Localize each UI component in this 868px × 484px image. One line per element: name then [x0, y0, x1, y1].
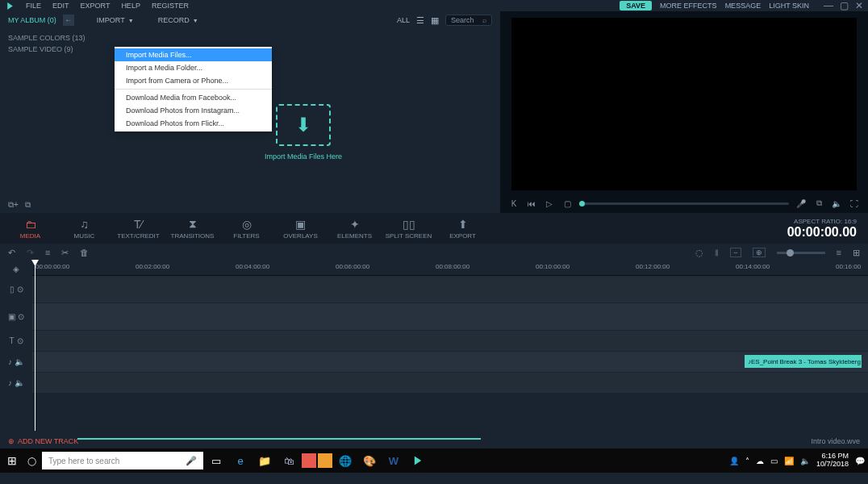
tab-text[interactable]: T⁄TEXT/CREDIT: [111, 218, 165, 240]
file-explorer-icon[interactable]: 📁: [253, 452, 276, 469]
add-new-track-button[interactable]: ADD NEW TRACK: [18, 437, 78, 445]
step-back-button[interactable]: ⏮: [526, 199, 537, 208]
render-preview-icon[interactable]: ◌: [695, 248, 703, 258]
undo-icon[interactable]: ↶: [8, 248, 15, 258]
tray-people-icon[interactable]: 👤: [729, 457, 739, 465]
record-dropdown[interactable]: RECORD ▼: [158, 16, 198, 24]
delete-icon[interactable]: 🗑: [80, 248, 89, 257]
maximize-icon[interactable]: ▢: [840, 0, 849, 11]
app-icon-3[interactable]: 🎨: [358, 452, 381, 469]
tab-splitscreen[interactable]: ▯▯SPLIT SCREEN: [382, 218, 436, 240]
notifications-icon[interactable]: 💬: [855, 457, 865, 465]
menu-edit[interactable]: EDIT: [52, 2, 69, 10]
menu-help[interactable]: HELP: [121, 2, 140, 10]
import-media-files[interactable]: Import Media Files...: [115, 48, 272, 61]
snapshot-icon[interactable]: ⧉: [813, 198, 824, 208]
chrome-icon[interactable]: 🌐: [334, 452, 357, 469]
list-view-icon[interactable]: ☰: [416, 15, 424, 26]
text-track-head[interactable]: T⊙: [0, 331, 32, 351]
settings-icon[interactable]: ≡: [837, 248, 841, 257]
import-dropdown[interactable]: IMPORT ▼: [97, 16, 134, 24]
tray-up-icon[interactable]: ˄: [745, 457, 749, 465]
cut-tool-icon[interactable]: ✂: [61, 248, 69, 258]
tab-media[interactable]: 🗀MEDIA: [3, 218, 57, 240]
audio-clip[interactable]: ♪ES_Point Break 3 - Tomas Skyldeberg: [745, 355, 862, 368]
import-camera-phone[interactable]: Import from Camera or Phone...: [115, 74, 272, 87]
playhead[interactable]: [35, 261, 35, 431]
new-folder-icon[interactable]: ⧉+: [8, 200, 19, 210]
menu-register[interactable]: REGISTER: [152, 2, 189, 10]
audio-track-1[interactable]: ♪ES_Point Break 3 - Tomas Skyldeberg: [32, 352, 868, 372]
timeline-scrollbar[interactable]: [77, 438, 481, 440]
more-effects-link[interactable]: MORE EFFECTS: [660, 2, 717, 10]
minimize-icon[interactable]: —: [824, 0, 833, 11]
task-view-icon[interactable]: ▭: [205, 452, 227, 469]
prev-frame-button[interactable]: K: [508, 199, 520, 208]
app-icon-1[interactable]: [302, 453, 316, 468]
microphone-icon[interactable]: 🎤: [186, 456, 197, 466]
app-logo-icon: [5, 1, 15, 10]
tray-onedrive-icon[interactable]: ☁: [756, 457, 764, 465]
audio-track-head-2[interactable]: ♪🔈: [0, 373, 32, 393]
grid-view-icon[interactable]: ▦: [431, 15, 439, 26]
pip-track-head[interactable]: ▣⊙: [0, 303, 32, 330]
audio-track-head[interactable]: ♪🔈: [0, 352, 32, 372]
download-flickr[interactable]: Download Photos from Flickr...: [115, 117, 272, 130]
tray-battery-icon[interactable]: ▭: [770, 457, 778, 465]
cortana-icon[interactable]: ◯: [23, 457, 40, 465]
more-icon[interactable]: ⊞: [853, 248, 860, 258]
preview-progress[interactable]: [579, 202, 789, 205]
fullscreen-icon[interactable]: ⛶: [849, 199, 860, 208]
close-icon[interactable]: ✕: [855, 0, 863, 11]
zoom-fit-button[interactable]: ⊕: [753, 248, 766, 257]
zoom-out-button[interactable]: −: [730, 248, 741, 257]
tab-music[interactable]: ♫MUSIC: [57, 218, 111, 240]
empty-track[interactable]: [32, 394, 868, 433]
app-icon-2[interactable]: [318, 453, 332, 468]
tray-volume-icon[interactable]: 🔈: [800, 457, 810, 465]
edge-icon[interactable]: e: [229, 452, 252, 469]
message-link[interactable]: MESSAGE: [725, 2, 762, 10]
timeline-ruler[interactable]: 00:00:00:00 00:02:00:00 00:04:00:00 00:0…: [32, 261, 868, 276]
audio-track-2[interactable]: [32, 373, 868, 393]
windows-start-button[interactable]: ⊞: [3, 452, 21, 469]
redo-icon[interactable]: ↷: [27, 248, 34, 258]
edit-tool-icon[interactable]: ≡: [45, 248, 50, 257]
tab-filters[interactable]: ◎FILTERS: [219, 218, 273, 240]
record-voiceover-icon[interactable]: 🎤: [795, 199, 807, 208]
search-input[interactable]: Search ⌕: [445, 15, 492, 26]
marker-icon[interactable]: ◈: [0, 261, 32, 276]
import-media-folder[interactable]: Import a Media Folder...: [115, 61, 272, 74]
store-icon[interactable]: 🛍: [278, 452, 300, 469]
download-facebook[interactable]: Download Media from Facebook...: [115, 91, 272, 104]
save-button[interactable]: SAVE: [620, 1, 652, 10]
tab-export[interactable]: ⬆EXPORT: [436, 218, 490, 240]
volume-icon[interactable]: 🔈: [831, 199, 842, 208]
audio-mixer-icon[interactable]: ⫴: [715, 248, 719, 258]
tab-elements[interactable]: ✦ELEMENTS: [328, 218, 382, 240]
tab-overlays[interactable]: ▣OVERLAYS: [273, 218, 328, 240]
word-icon[interactable]: W: [382, 452, 405, 469]
zoom-slider[interactable]: [777, 252, 825, 254]
back-button[interactable]: ←: [63, 15, 74, 26]
video-track-head[interactable]: ▯⊙: [0, 276, 32, 302]
tray-wifi-icon[interactable]: 📶: [784, 457, 794, 465]
filmora-taskbar-icon[interactable]: [407, 452, 429, 469]
sample-colors-item[interactable]: SAMPLE COLORS (13): [8, 32, 492, 44]
album-label[interactable]: MY ALBUM (0): [8, 16, 56, 24]
menu-file[interactable]: FILE: [26, 2, 41, 10]
download-instagram[interactable]: Download Photos from Instagram...: [115, 104, 272, 117]
text-track[interactable]: [32, 331, 868, 351]
taskbar-search[interactable]: Type here to search 🎤: [42, 452, 203, 469]
tab-transitions[interactable]: ⧗TRANSITIONS: [165, 217, 219, 240]
import-drop-zone[interactable]: ⬇ Import Media Files Here: [274, 104, 332, 165]
pip-track[interactable]: [32, 303, 868, 330]
video-track[interactable]: [32, 276, 868, 302]
filter-all[interactable]: ALL: [397, 16, 410, 24]
light-skin-toggle[interactable]: LIGHT SKIN: [769, 2, 809, 10]
play-button[interactable]: ▷: [544, 199, 555, 208]
stop-button[interactable]: ▢: [561, 199, 573, 208]
taskbar-clock[interactable]: 6:16 PM 10/7/2018: [816, 453, 849, 469]
menu-export[interactable]: EXPORT: [81, 2, 111, 10]
delete-folder-icon[interactable]: ⧉: [25, 200, 31, 210]
